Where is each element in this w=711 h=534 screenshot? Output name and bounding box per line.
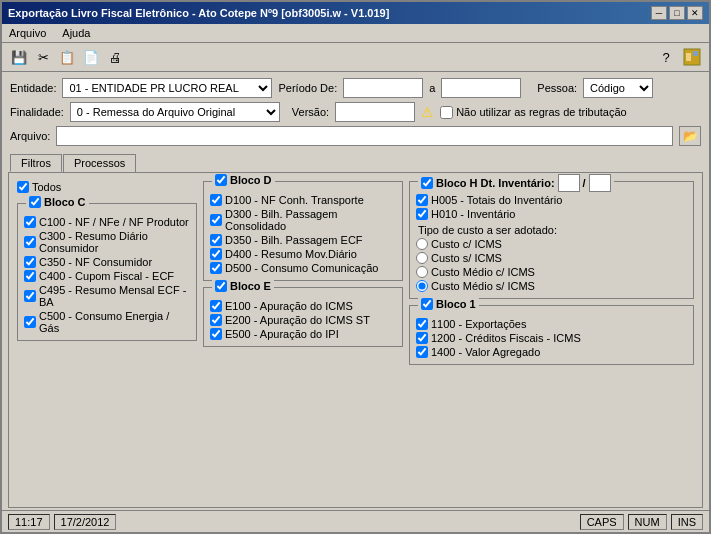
radio-custo-medio-icms: Custo Médio c/ ICMS <box>416 266 687 278</box>
menu-arquivo[interactable]: Arquivo <box>6 26 49 40</box>
d400-checkbox[interactable] <box>210 248 222 260</box>
versao-input[interactable] <box>335 102 415 122</box>
list-item: E500 - Apuração do IPI <box>210 328 396 340</box>
custo-sem-icms-radio[interactable] <box>416 252 428 264</box>
d300-checkbox[interactable] <box>210 214 222 226</box>
paste-button[interactable]: 📄 <box>80 46 102 68</box>
radio-custo-medio-sem-icms: Custo Médio s/ ICMS <box>416 280 687 292</box>
todos-checkbox[interactable] <box>17 181 29 193</box>
d500-checkbox[interactable] <box>210 262 222 274</box>
list-item: D400 - Resumo Mov.Diário <box>210 248 396 260</box>
pessoa-label: Pessoa: <box>537 82 577 94</box>
toolbar: 💾 ✂ 📋 📄 🖨 ? <box>2 43 709 72</box>
svg-rect-1 <box>686 53 691 61</box>
bloco-d-checkbox[interactable] <box>215 174 227 186</box>
bloco-1-content: 1100 - Exportações 1200 - Créditos Fisca… <box>416 318 687 358</box>
close-button[interactable]: ✕ <box>687 6 703 20</box>
periodo-de-input[interactable] <box>343 78 423 98</box>
pessoa-select[interactable]: Código <box>583 78 653 98</box>
radio-custo-sem-icms: Custo s/ ICMS <box>416 252 687 264</box>
bloco-e-content: E100 - Apuração do ICMS E200 - Apuração … <box>210 300 396 340</box>
periodo-ate-input[interactable] <box>441 78 521 98</box>
browse-button[interactable]: 📂 <box>679 126 701 146</box>
h005-checkbox[interactable] <box>416 194 428 206</box>
form-area: Entidade: 01 - ENTIDADE PR LUCRO REAL Pe… <box>2 72 709 152</box>
h010-checkbox[interactable] <box>416 208 428 220</box>
e200-label: E200 - Apuração do ICMS ST <box>225 314 370 326</box>
arquivo-input[interactable] <box>56 126 673 146</box>
c350-checkbox[interactable] <box>24 256 36 268</box>
menu-ajuda[interactable]: Ajuda <box>59 26 93 40</box>
c100-label: C100 - NF / NFe / NF Produtor <box>39 216 189 228</box>
item-1400-checkbox[interactable] <box>416 346 428 358</box>
d100-checkbox[interactable] <box>210 194 222 206</box>
minimize-button[interactable]: ─ <box>651 6 667 20</box>
bloco-d-label: Bloco D <box>230 174 272 186</box>
custo-icms-radio[interactable] <box>416 238 428 250</box>
c100-checkbox[interactable] <box>24 216 36 228</box>
custo-icms-label: Custo c/ ICMS <box>431 238 502 250</box>
custo-medio-sem-icms-label: Custo Médio s/ ICMS <box>431 280 535 292</box>
list-item: D350 - Bilh. Passagem ECF <box>210 234 396 246</box>
radio-custo-icms: Custo c/ ICMS <box>416 238 687 250</box>
e200-checkbox[interactable] <box>210 314 222 326</box>
list-item: E200 - Apuração do ICMS ST <box>210 314 396 326</box>
menu-bar: Arquivo Ajuda <box>2 24 709 43</box>
print-button[interactable]: 🖨 <box>104 46 126 68</box>
save-button[interactable]: 💾 <box>8 46 30 68</box>
bloco-h-checkbox[interactable] <box>421 177 433 189</box>
status-bar: 11:17 17/2/2012 CAPS NUM INS <box>2 510 709 532</box>
d350-checkbox[interactable] <box>210 234 222 246</box>
entidade-select[interactable]: 01 - ENTIDADE PR LUCRO REAL <box>62 78 272 98</box>
bloco-d-title: Bloco D <box>212 174 275 186</box>
icon-button[interactable] <box>681 46 703 68</box>
c495-checkbox[interactable] <box>24 290 36 302</box>
tab-processos[interactable]: Processos <box>63 154 136 172</box>
tab-filtros[interactable]: Filtros <box>10 154 62 172</box>
e500-checkbox[interactable] <box>210 328 222 340</box>
custo-medio-icms-radio[interactable] <box>416 266 428 278</box>
list-item: D500 - Consumo Comunicação <box>210 262 396 274</box>
bloco-1-checkbox[interactable] <box>421 298 433 310</box>
h010-label: H010 - Inventário <box>431 208 515 220</box>
c300-checkbox[interactable] <box>24 236 36 248</box>
svg-rect-2 <box>693 51 698 56</box>
item-1400-label: 1400 - Valor Agregado <box>431 346 540 358</box>
todos-check: Todos <box>17 181 197 193</box>
list-item: 1100 - Exportações <box>416 318 687 330</box>
tipo-custo-label: Tipo de custo a ser adotado: <box>418 224 687 236</box>
cut-button[interactable]: ✂ <box>32 46 54 68</box>
e100-checkbox[interactable] <box>210 300 222 312</box>
c400-label: C400 - Cupom Fiscal - ECF <box>39 270 174 282</box>
nao-utilizar-checkbox[interactable] <box>440 106 453 119</box>
bloco-e-group: Bloco E E100 - Apuração do ICMS E200 - A… <box>203 287 403 347</box>
bloco-d-group: Bloco D D100 - NF Conh. Transporte D300 … <box>203 181 403 281</box>
bloco-h-date1[interactable] <box>558 174 580 192</box>
item-1200-checkbox[interactable] <box>416 332 428 344</box>
maximize-button[interactable]: □ <box>669 6 685 20</box>
item-1100-checkbox[interactable] <box>416 318 428 330</box>
bloco-e-checkbox[interactable] <box>215 280 227 292</box>
d500-label: D500 - Consumo Comunicação <box>225 262 378 274</box>
c500-label: C500 - Consumo Energia / Gás <box>39 310 190 334</box>
bloco-h-label: Bloco H Dt. Inventário: <box>436 177 555 189</box>
finalidade-select[interactable]: 0 - Remessa do Arquivo Original <box>70 102 280 122</box>
nao-utilizar-label: Não utilizar as regras de tributação <box>456 106 627 118</box>
bloco-c-label: Bloco C <box>44 196 86 208</box>
bloco-c-checkbox[interactable] <box>29 196 41 208</box>
custo-medio-icms-label: Custo Médio c/ ICMS <box>431 266 535 278</box>
periodo-label: Período De: <box>278 82 337 94</box>
middle-column: Bloco D D100 - NF Conh. Transporte D300 … <box>203 181 403 499</box>
c500-checkbox[interactable] <box>24 316 36 328</box>
todos-label: Todos <box>32 181 61 193</box>
copy-button[interactable]: 📋 <box>56 46 78 68</box>
item-1100-label: 1100 - Exportações <box>431 318 526 330</box>
help-button[interactable]: ? <box>655 46 677 68</box>
custo-medio-sem-icms-radio[interactable] <box>416 280 428 292</box>
c400-checkbox[interactable] <box>24 270 36 282</box>
arquivo-label: Arquivo: <box>10 130 50 142</box>
bloco-h-date2[interactable] <box>589 174 611 192</box>
caps-indicator: CAPS <box>580 514 624 530</box>
custo-sem-icms-label: Custo s/ ICMS <box>431 252 502 264</box>
toolbar-right: ? <box>655 46 703 68</box>
